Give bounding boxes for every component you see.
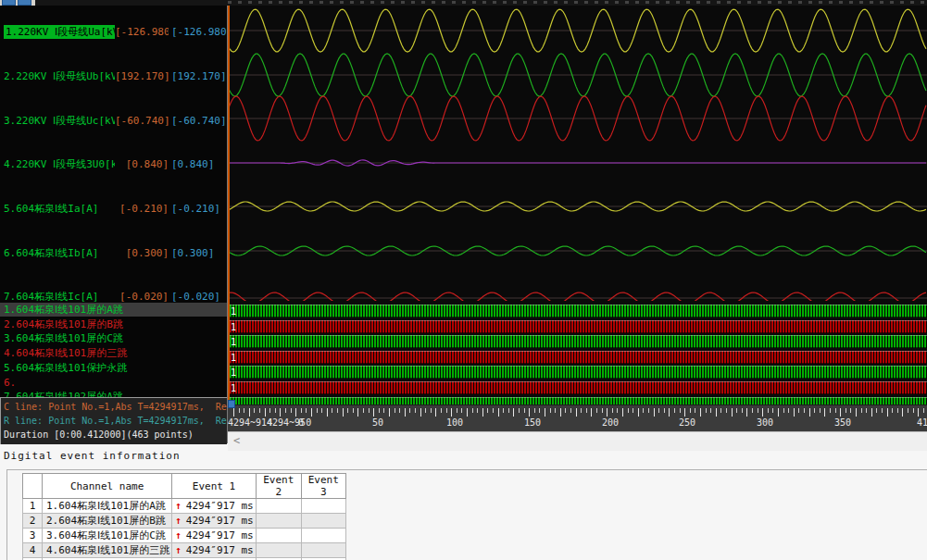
channel-value-secondary: [0.300]	[171, 246, 227, 261]
digital-bar-value: 1	[231, 336, 236, 348]
rising-edge-arrow-icon: ↑	[175, 529, 182, 541]
table-row[interactable]: 11.604柘泉Ⅰ线101屏的A跳↑4294″917 ms	[23, 499, 346, 514]
c-line-status: C line: Point No.=1,Abs T=4294917ms, Rel…	[4, 400, 228, 414]
digital-bar-value: 1	[231, 321, 236, 333]
channel-label: 6.604柘泉Ⅰ线Ib[A]	[0, 246, 115, 261]
event1-cell: ↑4294″917 ms	[172, 499, 256, 514]
time-axis-label: 0	[298, 417, 304, 428]
digital-bar: 1	[230, 335, 927, 348]
pane-separator	[6, 469, 927, 470]
analog-channel-row[interactable]: 5.604柘泉Ⅰ线Ia[A][-0.210][-0.210]	[0, 202, 227, 217]
event-channel-name: 3.604柘泉Ⅰ线101屏的C跳	[43, 529, 172, 543]
digital-event-pane: Digital event information Channel nameEv…	[0, 443, 927, 560]
event-channel-name: 1.604柘泉Ⅰ线101屏的A跳	[43, 499, 172, 514]
event3-cell	[301, 529, 345, 543]
digital-channel-row[interactable]: 2.604柘泉Ⅰ线101屏的B跳	[0, 317, 227, 331]
time-axis-label: 50	[372, 417, 383, 428]
channel-value-primary: [-60.740]	[115, 114, 169, 129]
table-header: Event 1	[172, 474, 256, 499]
time-axis-label: 100	[446, 417, 463, 428]
table-header: Event 2	[256, 474, 301, 499]
channel-label: 4.220KV Ⅰ段母线3U0[kV]	[0, 157, 115, 172]
clipped-title-text	[228, 1, 927, 4]
digital-bar-value: 1	[231, 382, 236, 394]
waveform-trace	[228, 292, 926, 301]
cursor-status-box: C line: Point No.=1,Abs T=4294917ms, Rel…	[0, 397, 228, 444]
time-axis-label: 250	[679, 417, 695, 428]
time-axis-label: 350	[834, 417, 851, 428]
row-number: 3	[23, 529, 43, 543]
channel-value-primary: [192.170]	[115, 69, 169, 84]
digital-bar: 1	[230, 305, 927, 317]
digital-channel-row[interactable]: 6.	[0, 376, 227, 390]
time-axis-label: 150	[524, 417, 541, 428]
channel-value-primary: [-126.980]	[115, 25, 169, 40]
digital-bar: 1	[230, 320, 927, 333]
section-title: Digital event information	[4, 450, 181, 462]
rising-edge-arrow-icon: ↑	[175, 500, 182, 512]
digital-bar-value: 1	[231, 367, 236, 379]
event2-cell	[256, 529, 301, 543]
time-axis-label: 4294~950	[267, 417, 311, 428]
row-number: 1	[23, 499, 43, 514]
cursor-line[interactable]	[228, 6, 230, 404]
event3-cell	[301, 514, 345, 529]
r-line-status: R line: Point No.=1,Abs T=4294917ms, Rel…	[4, 414, 228, 428]
event2-cell	[256, 543, 301, 558]
event2-cell	[256, 514, 301, 529]
analog-channel-row[interactable]: 2.220KV Ⅰ段母线Ub[kV][192.170][192.170]	[0, 69, 227, 84]
channel-value-secondary: [-126.980]	[171, 25, 227, 40]
analog-channel-row[interactable]: 4.220KV Ⅰ段母线3U0[kV][0.840][0.840]	[0, 157, 227, 172]
channel-label: 2.220KV Ⅰ段母线Ub[kV]	[0, 69, 115, 84]
analog-channel-row[interactable]: 3.220KV Ⅰ段母线Uc[kV][-60.740][-60.740]	[0, 114, 227, 129]
duration-status: Duration [0:00.412000](463 points)	[4, 428, 228, 442]
digital-bar: 1	[230, 397, 927, 404]
digital-channel-row[interactable]: 1.604柘泉Ⅰ线101屏的A跳	[0, 303, 227, 317]
cursor-handle[interactable]	[228, 400, 235, 408]
channel-value-secondary: [-60.740]	[171, 114, 227, 129]
event-channel-name: 2.604柘泉Ⅰ线101屏的B跳	[43, 514, 172, 529]
rising-edge-arrow-icon: ↑	[175, 515, 182, 527]
event3-cell	[301, 499, 345, 514]
table-header	[23, 474, 43, 499]
table-header: Event 3	[301, 474, 345, 499]
horizontal-scrollbar[interactable]: <	[228, 431, 927, 451]
table-row[interactable]: 22.604柘泉Ⅰ线101屏的B跳↑4294″917 ms	[23, 514, 346, 529]
channel-list-panel: 1.220KV Ⅰ段母线Ua[kV][-126.980][-126.980]2.…	[0, 6, 228, 444]
analog-waveform-plot[interactable]	[228, 6, 927, 301]
scroll-left-arrow-icon[interactable]: <	[233, 434, 240, 447]
table-row[interactable]: 44.604柘泉Ⅰ线101屏的三跳↑4294″917 ms	[23, 543, 346, 558]
channel-value-primary: [0.300]	[115, 246, 169, 261]
event3-cell	[301, 543, 345, 558]
channel-label: 3.220KV Ⅰ段母线Uc[kV]	[0, 114, 115, 129]
rising-edge-arrow-icon: ↑	[175, 544, 182, 556]
digital-bar: 1	[230, 381, 927, 394]
analog-channel-row[interactable]: 1.220KV Ⅰ段母线Ua[kV][-126.980][-126.980]	[0, 25, 227, 40]
time-axis-label: 200	[602, 417, 619, 428]
table-row[interactable]: 33.604柘泉Ⅰ线101屏的C跳↑4294″917 ms	[23, 529, 346, 543]
major-ticks	[233, 408, 927, 417]
digital-channel-row[interactable]: 3.604柘泉Ⅰ线101屏的C跳	[0, 331, 227, 345]
analog-channel-row[interactable]: 6.604柘泉Ⅰ线Ib[A][0.300][0.300]	[0, 246, 227, 261]
event1-cell: ↑4294″917 ms	[172, 543, 256, 558]
digital-event-table: Channel nameEvent 1Event 2Event 3 11.604…	[22, 473, 346, 560]
channel-value-secondary: [0.840]	[171, 157, 227, 172]
channel-value-secondary: [192.170]	[171, 69, 227, 84]
time-axis-label: 4294~914	[228, 417, 272, 428]
time-axis-label: 41	[917, 417, 927, 428]
digital-bar: 1	[230, 351, 927, 364]
row-number: 2	[23, 514, 43, 529]
table-header: Channel name	[43, 474, 172, 499]
digital-trace-plot[interactable]: 1111111	[228, 301, 927, 404]
digital-bar-value: 1	[231, 352, 236, 364]
time-axis-ruler[interactable]: 4294~9144294~95005010015020025030035041	[228, 404, 927, 432]
event2-cell	[256, 499, 301, 514]
channel-value-secondary: [-0.210]	[171, 202, 227, 217]
digital-bar: 1	[230, 366, 927, 379]
event1-cell: ↑4294″917 ms	[172, 514, 256, 529]
digital-channel-row[interactable]: 4.604柘泉Ⅰ线101屏的三跳	[0, 346, 227, 360]
digital-channel-row[interactable]: 5.604柘泉Ⅰ线101保护永跳	[0, 361, 227, 375]
channel-label: 5.604柘泉Ⅰ线Ia[A]	[0, 202, 115, 217]
event-channel-name: 4.604柘泉Ⅰ线101屏的三跳	[43, 543, 172, 558]
event1-cell: ↑4294″917 ms	[172, 529, 256, 543]
